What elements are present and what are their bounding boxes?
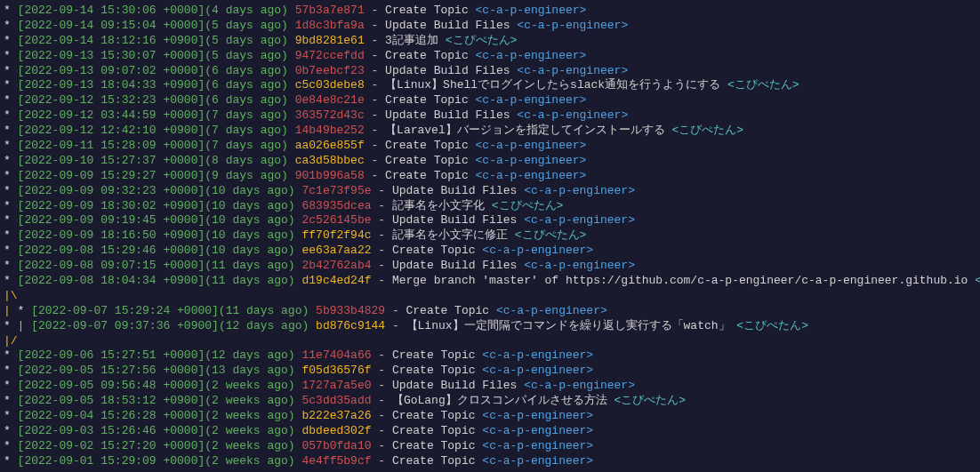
separator: - [372,274,392,287]
separator: - [365,19,385,32]
commit-hash[interactable]: 0b7eebcf23 [295,64,365,77]
graph-indicator: * [4,364,18,377]
commit-hash[interactable]: 683935dcea [301,199,371,212]
commit-hash[interactable]: 14b49be252 [295,124,365,137]
graph-indicator: * [4,108,18,122]
commit-date: [2022-09-07 15:29:24 +0000] [31,304,219,317]
commit-relative-date: (2 weeks ago) [205,454,294,468]
commit-author: <c-a-p-engineer> [482,409,593,422]
commit-message: 3記事追加 [385,34,438,47]
graph-indicator: |/ [4,334,18,348]
commit-date: [2022-09-02 15:27:20 +0000] [18,439,205,452]
commit-hash[interactable]: 2b42762ab4 [301,259,371,272]
commit-hash[interactable]: 5c3dd35add [301,394,371,407]
separator: - [372,394,392,407]
commit-author: <c-a-p-engineer> [482,439,593,452]
commit-hash[interactable]: 1727a7a5e0 [301,379,371,392]
git-commit-line: * [2022-09-08 15:29:46 +0000](10 days ag… [4,244,976,259]
commit-message: Update Build Files [385,19,510,32]
commit-author: <こぴぺたん> [615,394,687,407]
commit-date: [2022-09-06 15:27:51 +0000] [18,348,205,362]
commit-hash[interactable]: 57b3a7e871 [295,4,365,17]
commit-date: [2022-09-08 09:07:15 +0000] [18,259,205,272]
graph-indicator: | * [4,304,31,317]
commit-message: Update Build Files [392,213,517,227]
commit-date: [2022-09-11 15:28:09 +0000] [18,139,205,152]
separator: - [372,228,392,242]
commit-hash[interactable]: c5c03debe8 [295,78,365,92]
commit-date: [2022-09-09 18:16:50 +0900] [18,228,205,242]
separator: - [365,108,385,122]
separator: - [365,93,385,107]
commit-author: <こぴぺたん> [975,274,980,287]
git-commit-line: * [2022-09-14 15:30:06 +0000](4 days ago… [4,4,976,19]
commit-hash[interactable]: 901b996a58 [295,169,365,182]
commit-hash[interactable]: 5b933b4829 [316,304,385,317]
commit-hash[interactable]: 4e4ff5b9cf [301,454,371,468]
graph-indicator: * [4,169,18,182]
commit-relative-date: (8 days ago) [205,154,288,167]
commit-author: <こぴぺたん> [736,319,808,332]
graph-indicator: * [4,4,18,17]
commit-author: <c-a-p-engineer> [476,4,587,17]
commit-author: <c-a-p-engineer> [482,244,593,257]
git-commit-line: * [2022-09-04 15:26:28 +0000](2 weeks ag… [4,409,976,424]
commit-author: <c-a-p-engineer> [476,169,587,182]
git-commit-line: * [2022-09-01 15:29:09 +0000](2 weeks ag… [4,454,976,469]
commit-hash[interactable]: d19c4ed24f [301,274,371,287]
commit-hash[interactable]: 363572d43c [295,108,365,122]
git-commit-line: * [2022-09-05 09:56:48 +0000](2 weeks ag… [4,379,976,394]
commit-relative-date: (2 weeks ago) [205,379,294,392]
commit-relative-date: (6 days ago) [205,93,288,107]
commit-date: [2022-09-09 18:30:02 +0900] [18,199,205,212]
commit-author: <c-a-p-engineer> [476,154,587,167]
git-commit-line: * [2022-09-08 18:04:34 +0900](11 days ag… [4,274,976,289]
git-commit-line: * [2022-09-09 18:30:02 +0900](10 days ag… [4,199,976,214]
commit-relative-date: (13 days ago) [205,364,294,377]
separator: - [365,154,385,167]
commit-hash[interactable]: b222e37a26 [301,409,371,422]
graph-indicator: * [4,184,18,197]
commit-date: [2022-09-01 15:29:09 +0000] [18,454,205,468]
commit-author: <c-a-p-engineer> [482,348,593,362]
commit-relative-date: (7 days ago) [205,124,288,137]
commit-hash[interactable]: 7c1e73f95e [301,184,371,197]
git-graph-branch-line: |/ [4,334,976,349]
commit-message: Update Build Files [392,379,517,392]
commit-message: Create Topic [392,424,476,437]
commit-hash[interactable]: dbdeed302f [301,424,371,437]
commit-hash[interactable]: 057b0fda10 [301,439,371,452]
commit-relative-date: (9 days ago) [205,169,288,182]
commit-hash[interactable]: 1d8c3bfa9a [295,19,365,32]
commit-hash[interactable]: bd876c9144 [316,319,385,332]
git-log-output: * [2022-09-14 15:30:06 +0000](4 days ago… [4,4,976,469]
commit-date: [2022-09-03 15:26:46 +0000] [18,424,205,437]
commit-relative-date: (2 weeks ago) [205,439,294,452]
separator: - [372,424,392,437]
commit-hash[interactable]: 9472ccefdd [295,49,365,62]
commit-relative-date: (10 days ago) [205,184,294,197]
commit-hash[interactable]: 9bd8281e61 [295,34,365,47]
commit-hash[interactable]: ca3d58bbec [295,154,365,167]
commit-message: Merge branch 'master' of https://github.… [392,274,968,287]
commit-message: 【GoLang】クロスコンパイルさせる方法 [392,394,607,407]
git-commit-line: * [2022-09-12 15:32:23 +0000](6 days ago… [4,93,976,108]
commit-relative-date: (2 weeks ago) [205,424,294,437]
commit-date: [2022-09-05 15:27:56 +0000] [18,364,205,377]
separator: - [385,319,406,332]
commit-date: [2022-09-13 15:30:07 +0000] [18,49,205,62]
commit-hash[interactable]: 2c526145be [301,213,371,227]
commit-hash[interactable]: aa026e855f [295,139,365,152]
commit-date: [2022-09-14 18:12:16 +0900] [18,34,205,47]
commit-hash[interactable]: ff70f2f94c [301,228,371,242]
commit-author: <こぴぺたん> [515,228,587,242]
separator: - [365,139,385,152]
commit-hash[interactable]: 0e84e8c21e [295,93,365,107]
commit-author: <c-a-p-engineer> [476,49,587,62]
commit-relative-date: (4 days ago) [205,4,288,17]
commit-message: 記事名を小文字に修正 [392,228,508,242]
commit-hash[interactable]: f05d36576f [301,364,371,377]
commit-hash[interactable]: ee63a7aa22 [301,244,371,257]
commit-message: Create Topic [392,439,476,452]
commit-hash[interactable]: 11e7404a66 [301,348,371,362]
